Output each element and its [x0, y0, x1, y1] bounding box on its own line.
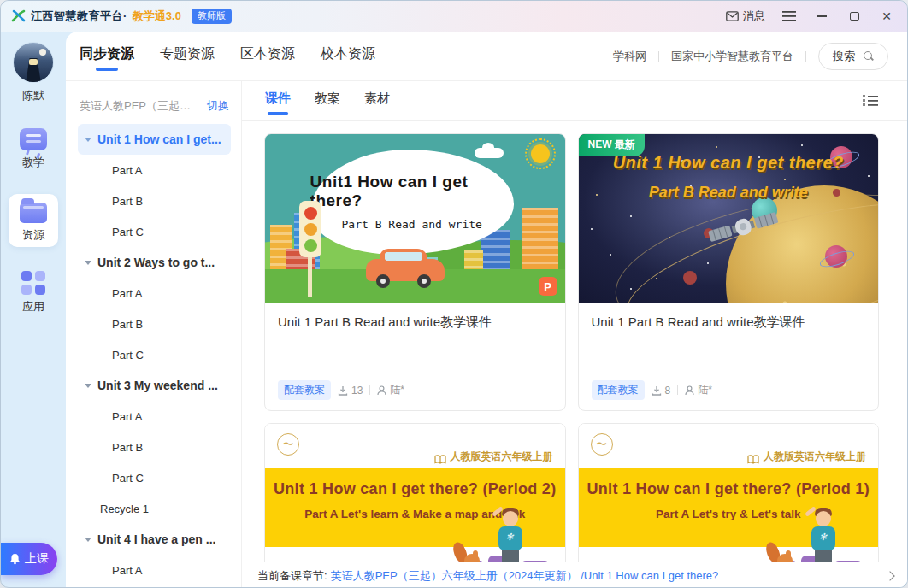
apps-grid-icon: [21, 271, 45, 295]
chapter-bar-link[interactable]: 英语人教PEP（三起）六年级上册（2024年更新） /Unit 1 How ca…: [331, 568, 719, 584]
tab-materials[interactable]: 素材: [364, 84, 390, 117]
download-icon: [652, 385, 662, 396]
switch-textbook-link[interactable]: 切换: [207, 98, 229, 114]
tree-item-u4-part-a[interactable]: Part A: [78, 555, 231, 585]
user-icon: [685, 385, 694, 396]
publisher-logo-icon: 〜: [591, 433, 613, 456]
tree-item-unit1[interactable]: Unit 1 How can I get...: [78, 124, 231, 155]
tab-district-resources[interactable]: 区本资源: [240, 37, 295, 75]
app-product-name: 教学通3.0: [133, 9, 181, 24]
title-bar: 江西智慧教育平台· 教学通3.0 教师版 消息 ✕: [1, 1, 907, 32]
chapter-tree: 英语人教PEP（三起）六... 切换 Unit 1 How can I get.…: [66, 81, 242, 588]
tree-item-unit2[interactable]: Unit 2 Ways to go t...: [78, 247, 231, 278]
tab-lesson-plan[interactable]: 教案: [315, 84, 340, 117]
minimize-button[interactable]: [813, 8, 830, 25]
sun-icon: [531, 144, 550, 163]
tree-item-u2-part-a[interactable]: Part A: [78, 278, 231, 309]
divider: [805, 51, 806, 62]
publisher-logo-icon: 〜: [277, 433, 299, 456]
cover-title: Unit1 How can I get there?: [310, 173, 514, 210]
download-icon: [338, 385, 348, 396]
divider: [658, 51, 659, 62]
courseware-card-3[interactable]: 〜 人教版英语六年级上册 Unit 1 How can I get there?…: [264, 423, 566, 562]
user-icon: [377, 385, 386, 396]
boy-character-graphic: [492, 503, 531, 562]
main-header: 同步资源 专题资源 区本资源 校本资源 学科网 国家中小学智慧教育平台 搜索: [66, 32, 907, 81]
edition-badge: 教师版: [192, 9, 232, 23]
envelope-icon: [726, 11, 739, 21]
squirrel-graphic: [767, 542, 796, 562]
caret-down-icon: [85, 538, 91, 542]
lesson-plan-tag[interactable]: 配套教案: [278, 380, 331, 400]
tree-item-unit4[interactable]: Unit 4 I have a pen ...: [78, 524, 231, 555]
bell-icon: [9, 553, 21, 565]
cover-subtitle: Part B Read and write: [342, 218, 482, 231]
tree-item-u3-part-c[interactable]: Part C: [78, 462, 231, 493]
course-name: 英语人教PEP（三起）六...: [80, 98, 200, 114]
current-chapter-bar: 当前备课章节: 英语人教PEP（三起）六年级上册（2024年更新） /Unit …: [242, 562, 907, 588]
resources-folder-icon: [20, 203, 47, 223]
rail-item-resources[interactable]: 资源: [9, 194, 58, 247]
download-count: 8: [652, 385, 671, 397]
tab-sync-resources[interactable]: 同步资源: [80, 37, 134, 75]
courseware-card-1[interactable]: Unit1 How can I get there? Part B Read a…: [264, 133, 566, 411]
content-area: 课件 教案 素材: [242, 81, 907, 588]
tree-item-unit3[interactable]: Unit 3 My weekend ...: [78, 370, 231, 401]
link-national-platform[interactable]: 国家中小学智慧教育平台: [671, 49, 793, 64]
tree-item-u2-part-c[interactable]: Part C: [78, 339, 231, 370]
series-label: 人教版英语六年级上册: [451, 450, 553, 464]
start-class-button[interactable]: 上课: [1, 543, 57, 575]
list-view-icon[interactable]: [863, 94, 878, 107]
car-wheel: [376, 274, 390, 288]
new-badge: NEW 最新: [579, 134, 645, 156]
rail-item-apps[interactable]: 应用: [9, 266, 58, 319]
cloud-icon: [475, 148, 504, 158]
link-xkw[interactable]: 学科网: [613, 49, 646, 64]
tree-item-u1-part-c[interactable]: Part C: [78, 216, 231, 247]
book-icon: [434, 455, 446, 464]
maximize-button[interactable]: [846, 8, 863, 25]
tab-topic-resources[interactable]: 专题资源: [160, 37, 215, 75]
search-button[interactable]: 搜索: [818, 43, 888, 70]
series-label: 人教版英语六年级上册: [764, 450, 866, 464]
tree-item-u2-part-b[interactable]: Part B: [78, 309, 231, 339]
lesson-plan-tag[interactable]: 配套教案: [592, 380, 645, 400]
tree-item-recycle1[interactable]: Recycle 1: [78, 493, 231, 524]
teaching-icon: [20, 128, 47, 150]
avatar[interactable]: [13, 42, 54, 83]
close-button[interactable]: ✕: [878, 8, 895, 25]
yellow-band: Unit 1 How can I get there? (Period 1) P…: [579, 468, 879, 547]
resource-nav-tabs: 同步资源 专题资源 区本资源 校本资源: [80, 37, 375, 75]
tree-item-u3-part-b[interactable]: Part B: [78, 432, 231, 462]
chevron-right-icon[interactable]: [885, 571, 894, 580]
card-1-cover: Unit1 How can I get there? Part B Read a…: [265, 134, 565, 303]
tab-school-resources[interactable]: 校本资源: [321, 37, 375, 75]
card-title: Unit 1 Part B Read and write教学课件: [592, 315, 866, 331]
courseware-card-2[interactable]: NEW 最新: [578, 133, 880, 411]
rail-item-teaching[interactable]: 教学: [9, 122, 58, 175]
message-button[interactable]: 消息: [726, 9, 765, 24]
app-title: 江西智慧教育平台·: [31, 9, 127, 24]
left-rail: 陈默 教学 资源 应用 上课: [1, 32, 66, 588]
tree-item-u3-part-a[interactable]: Part A: [78, 401, 231, 432]
ppt-file-badge: P: [539, 277, 557, 296]
tree-item-u1-part-a[interactable]: Part A: [78, 155, 231, 185]
author: 陆*: [685, 383, 712, 397]
cards-scroll-area[interactable]: Unit1 How can I get there? Part B Read a…: [242, 121, 907, 562]
chapter-bar-label: 当前备课章节:: [257, 568, 327, 584]
cover-title: Unit 1 How can I get there? (Period 1): [579, 480, 879, 498]
author: 陆*: [377, 383, 404, 397]
caret-down-icon: [85, 384, 91, 388]
courseware-card-4[interactable]: 〜 人教版英语六年级上册 Unit 1 How can I get there?…: [578, 423, 880, 562]
menu-icon[interactable]: [781, 8, 798, 25]
divider: [369, 385, 370, 395]
app-logo-icon: [11, 9, 26, 23]
tree-item-u1-part-b[interactable]: Part B: [78, 185, 231, 216]
download-count: 13: [338, 385, 363, 397]
user-name: 陈默: [22, 88, 44, 103]
tab-courseware[interactable]: 课件: [265, 84, 291, 117]
app-window: 江西智慧教育平台· 教学通3.0 教师版 消息 ✕ 陈默: [0, 0, 908, 588]
caret-down-icon: [85, 261, 91, 265]
squirrel-graphic: [454, 542, 483, 562]
yellow-band: Unit 1 How can I get there? (Period 2) P…: [265, 468, 565, 547]
